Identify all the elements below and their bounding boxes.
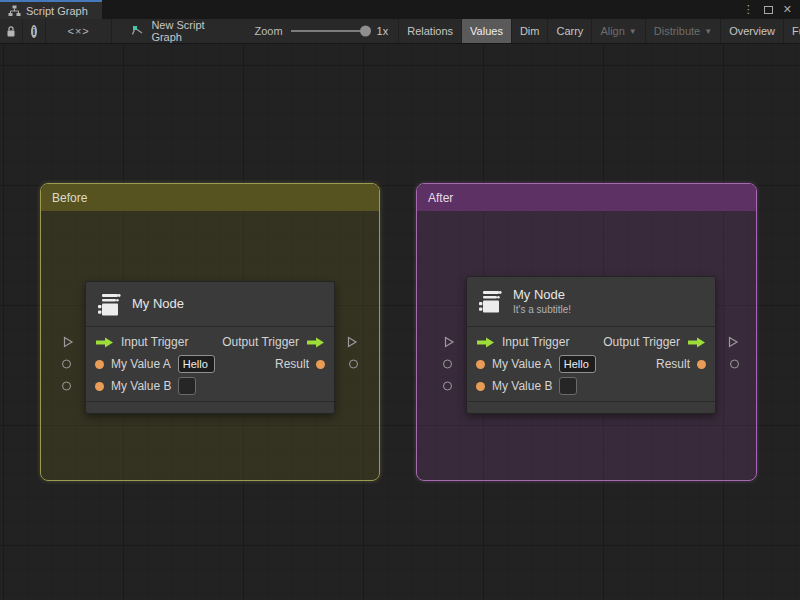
group-before-header[interactable]: Before [41, 184, 379, 211]
unit-icon [96, 291, 123, 318]
window-menu-icon[interactable]: ⋮ [743, 4, 754, 15]
relations-button[interactable]: Relations [398, 19, 461, 43]
value-connector-circle[interactable] [62, 382, 71, 391]
code-icon: <×> [67, 25, 89, 37]
port-row-trigger: Input Trigger Output Trigger [467, 331, 715, 353]
input-trigger-label: Input Trigger [121, 335, 188, 349]
tab-script-graph[interactable]: Script Graph [0, 0, 102, 19]
group-after-header[interactable]: After [417, 184, 756, 211]
port-row-value-a: My Value A Result [86, 353, 334, 375]
info-icon: i [31, 25, 37, 38]
port-row-value-a: My Value A Result [467, 353, 715, 375]
zoom-slider-thumb[interactable] [360, 26, 371, 37]
graph-breadcrumb[interactable]: New Script Graph [121, 19, 230, 43]
flow-input-port-icon[interactable] [95, 337, 114, 348]
inspect-button[interactable]: i [22, 19, 45, 43]
node-after-header[interactable]: My Node It's a subtitle! [467, 277, 715, 326]
zoom-label: Zoom [254, 25, 282, 37]
group-before-title: Before [52, 191, 87, 205]
value-connector-circle[interactable] [443, 382, 452, 391]
flow-input-port-icon[interactable] [476, 337, 495, 348]
values-button[interactable]: Values [461, 19, 511, 43]
new-graph-icon [131, 25, 145, 38]
flow-connector-triangle[interactable] [346, 336, 358, 348]
window-maximize-icon[interactable] [764, 6, 773, 14]
zoom-slider[interactable] [291, 30, 369, 32]
tab-label: Script Graph [26, 5, 88, 17]
flow-output-port-icon[interactable] [306, 337, 325, 348]
graph-canvas[interactable]: Before After [0, 44, 800, 600]
node-title: My Node [513, 287, 571, 303]
node-subtitle: It's a subtitle! [513, 303, 571, 316]
graph-name-label: New Script Graph [151, 19, 220, 43]
full-screen-button[interactable]: Full Screen [783, 19, 800, 43]
group-after-title: After [428, 191, 453, 205]
value-connector-circle[interactable] [62, 360, 71, 369]
zoom-control: Zoom 1x [244, 19, 398, 43]
value-b-label: My Value B [492, 379, 552, 393]
output-trigger-label: Output Trigger [603, 335, 680, 349]
input-trigger-label: Input Trigger [502, 335, 569, 349]
lock-button[interactable] [0, 19, 22, 43]
value-output-port-icon[interactable] [697, 360, 706, 369]
tab-bar-empty [102, 0, 735, 19]
node-before-header[interactable]: My Node [86, 282, 334, 326]
flow-connector-triangle[interactable] [443, 336, 455, 348]
value-input-port-icon[interactable] [95, 360, 104, 369]
chevron-down-icon: ▼ [704, 27, 712, 36]
flow-output-port-icon[interactable] [687, 337, 706, 348]
toolbar-divider [111, 19, 121, 43]
distribute-label: Distribute [654, 25, 700, 37]
result-label: Result [656, 357, 690, 371]
code-view-button[interactable]: <×> [45, 19, 111, 43]
lock-icon [5, 25, 17, 38]
port-row-trigger: Input Trigger Output Trigger [86, 331, 334, 353]
chevron-down-icon: ▼ [629, 27, 637, 36]
value-connector-circle[interactable] [730, 360, 739, 369]
node-after-body: Input Trigger Output Trigger My Value A … [467, 326, 715, 401]
align-button[interactable]: Align ▼ [591, 19, 644, 43]
node-before[interactable]: My Node Input Trigger Output Trigger [85, 281, 335, 414]
tab-bar: Script Graph ⋮ ✕ [0, 0, 800, 19]
zoom-value: 1x [377, 25, 389, 37]
value-connector-circle[interactable] [349, 360, 358, 369]
node-title: My Node [132, 296, 184, 312]
port-row-value-b: My Value B [86, 375, 334, 397]
result-label: Result [275, 357, 309, 371]
window-controls: ⋮ ✕ [735, 0, 800, 19]
carry-button[interactable]: Carry [547, 19, 591, 43]
value-b-input[interactable] [559, 377, 577, 395]
node-after[interactable]: My Node It's a subtitle! Input Trigger O… [466, 276, 716, 414]
value-a-label: My Value A [111, 357, 171, 371]
node-before-body: Input Trigger Output Trigger My Value A … [86, 326, 334, 401]
flow-connector-triangle[interactable] [727, 336, 739, 348]
value-a-input[interactable] [559, 355, 596, 373]
align-label: Align [600, 25, 624, 37]
value-input-port-icon[interactable] [95, 382, 104, 391]
value-input-port-icon[interactable] [476, 382, 485, 391]
graph-toolbar: i <×> New Script Graph Zoom 1x Relations… [0, 19, 800, 44]
node-before-footer [86, 401, 334, 413]
node-after-footer [467, 401, 715, 413]
value-b-input[interactable] [178, 377, 196, 395]
output-trigger-label: Output Trigger [222, 335, 299, 349]
port-row-value-b: My Value B [467, 375, 715, 397]
value-b-label: My Value B [111, 379, 171, 393]
overview-button[interactable]: Overview [720, 19, 783, 43]
window-close-icon[interactable]: ✕ [783, 4, 792, 15]
script-graph-window: Script Graph ⋮ ✕ i <×> New Script Graph [0, 0, 800, 600]
value-input-port-icon[interactable] [476, 360, 485, 369]
value-a-input[interactable] [178, 355, 215, 373]
value-a-label: My Value A [492, 357, 552, 371]
dim-button[interactable]: Dim [511, 19, 548, 43]
value-output-port-icon[interactable] [316, 360, 325, 369]
unit-icon [477, 288, 504, 315]
distribute-button[interactable]: Distribute ▼ [645, 19, 720, 43]
graph-hierarchy-icon [8, 5, 21, 17]
value-connector-circle[interactable] [443, 360, 452, 369]
flow-connector-triangle[interactable] [62, 336, 74, 348]
